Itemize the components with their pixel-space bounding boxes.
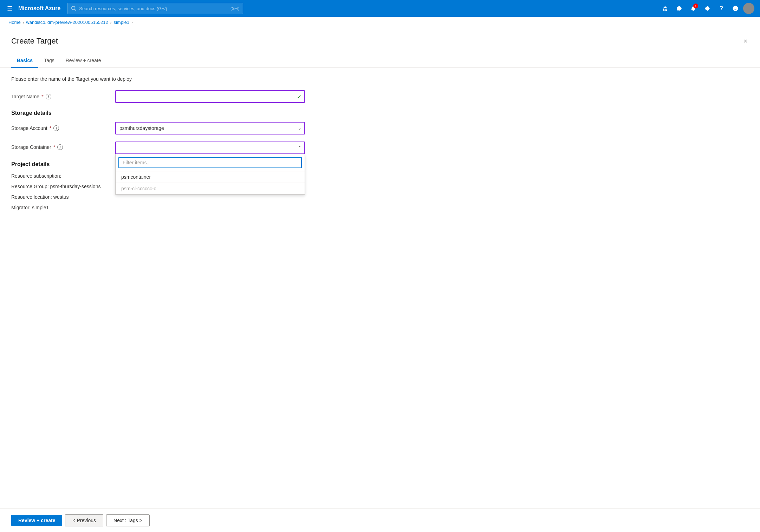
- svg-point-0: [733, 6, 738, 11]
- tabs-bar: Basics Tags Review + create: [0, 46, 760, 68]
- dialog-title: Create Target: [11, 37, 58, 46]
- breadcrumb-simple1[interactable]: simple1: [113, 20, 129, 25]
- dropdown-item-psmcontainer[interactable]: psmcontainer: [116, 171, 305, 183]
- target-name-row: Target Name * i target1 ✓: [11, 90, 749, 103]
- storage-account-required: *: [50, 125, 51, 131]
- storage-account-info-icon[interactable]: i: [53, 125, 59, 131]
- storage-container-dropdown[interactable]: [115, 142, 305, 154]
- target-name-label-text: Target Name: [11, 94, 39, 99]
- resource-location-label: Resource location: westus: [11, 194, 69, 200]
- storage-account-label: Storage Account * i: [11, 125, 110, 131]
- migrator-label: Migrator: simple1: [11, 205, 49, 210]
- breadcrumb: Home › wandisco.ldm-preview-202010051552…: [0, 17, 760, 28]
- close-button[interactable]: ×: [742, 37, 749, 46]
- filter-input[interactable]: [118, 157, 302, 168]
- previous-button[interactable]: < Previous: [65, 514, 103, 526]
- storage-details-section-title: Storage details: [11, 110, 749, 116]
- storage-account-label-text: Storage Account: [11, 125, 47, 131]
- next-button[interactable]: Next : Tags >: [106, 514, 150, 526]
- storage-container-info-icon[interactable]: i: [57, 144, 63, 150]
- form-body: Please enter the name of the Target you …: [0, 68, 760, 508]
- cloud-shell-icon[interactable]: [659, 2, 671, 15]
- breadcrumb-home[interactable]: Home: [8, 20, 21, 25]
- notification-badge: 1: [693, 4, 698, 8]
- storage-account-dropdown[interactable]: psmthursdaystorage: [115, 122, 305, 134]
- migrator: Migrator: simple1: [11, 205, 749, 210]
- user-avatar[interactable]: [743, 3, 754, 14]
- storage-container-panel: psmcontainer psm-cl-cccccc-c: [115, 154, 305, 195]
- notifications-icon[interactable]: 1: [687, 2, 700, 15]
- tab-review-create[interactable]: Review + create: [60, 54, 107, 68]
- top-navigation: ☰ Microsoft Azure (G+/) 1 ?: [0, 0, 760, 17]
- storage-container-required: *: [53, 144, 55, 150]
- storage-container-dropdown-wrapper: ⌃ psmcontainer psm-cl-cccccc-c: [115, 142, 305, 154]
- nav-icons: 1 ?: [659, 2, 754, 15]
- review-create-button[interactable]: Review + create: [11, 515, 62, 526]
- search-bar[interactable]: (G+/): [67, 3, 243, 14]
- settings-icon[interactable]: [701, 2, 714, 15]
- feedback-icon[interactable]: [673, 2, 686, 15]
- breadcrumb-resource[interactable]: wandisco.ldm-preview-20201005155212: [26, 20, 108, 25]
- breadcrumb-sep-1: ›: [23, 20, 24, 25]
- storage-container-row: Storage Container * i ⌃ psmcontainer psm…: [11, 142, 749, 154]
- hamburger-menu[interactable]: ☰: [6, 3, 14, 14]
- filter-input-wrapper: [116, 154, 305, 171]
- storage-account-dropdown-wrapper: psmthursdaystorage ⌄: [115, 122, 305, 134]
- search-input[interactable]: [79, 6, 228, 11]
- storage-container-label-text: Storage Container: [11, 144, 51, 150]
- target-name-check-icon: ✓: [297, 93, 301, 100]
- help-icon[interactable]: ?: [715, 2, 728, 15]
- main-content: Create Target × Basics Tags Review + cre…: [0, 28, 760, 532]
- brand-logo: Microsoft Azure: [18, 5, 60, 12]
- storage-account-row: Storage Account * i psmthursdaystorage ⌄: [11, 122, 749, 134]
- dialog-header: Create Target ×: [0, 28, 760, 46]
- storage-container-label: Storage Container * i: [11, 144, 110, 150]
- search-shortcut: (G+/): [230, 6, 239, 11]
- search-icon: [71, 6, 76, 11]
- target-name-info-icon[interactable]: i: [46, 94, 51, 99]
- resource-group-label: Resource Group: psm-thursday-sessions: [11, 184, 100, 189]
- form-description: Please enter the name of the Target you …: [11, 76, 749, 82]
- tab-tags[interactable]: Tags: [38, 54, 60, 68]
- feedback2-icon[interactable]: [729, 2, 742, 15]
- dropdown-item-partial: psm-cl-cccccc-c: [116, 183, 305, 194]
- target-name-input[interactable]: target1: [115, 90, 305, 103]
- target-name-input-wrapper: target1 ✓: [115, 90, 305, 103]
- breadcrumb-sep-2: ›: [110, 20, 112, 25]
- resource-location: Resource location: westus: [11, 194, 749, 200]
- target-name-label: Target Name * i: [11, 94, 110, 99]
- dialog-footer: Review + create < Previous Next : Tags >: [0, 508, 760, 532]
- breadcrumb-sep-3: ›: [131, 20, 133, 25]
- tab-basics[interactable]: Basics: [11, 54, 38, 68]
- storage-account-value: psmthursdaystorage: [119, 125, 164, 131]
- resource-subscription-label: Resource subscription:: [11, 173, 61, 179]
- target-name-required: *: [41, 94, 43, 99]
